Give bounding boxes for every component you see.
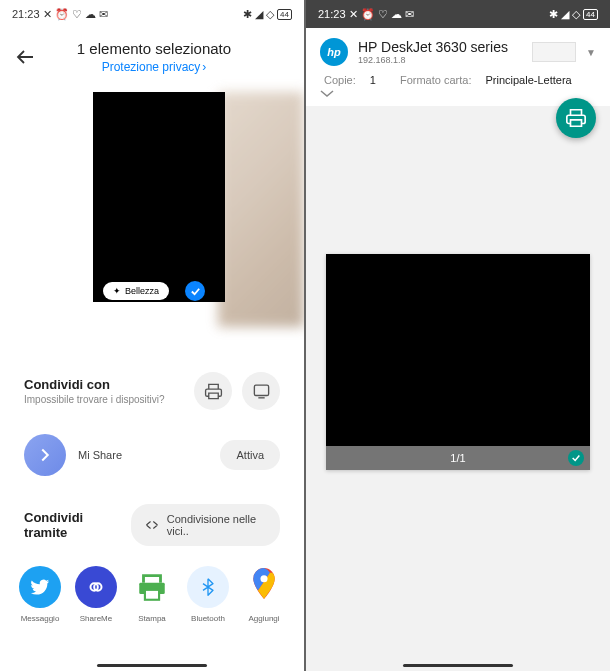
bluetooth-icon bbox=[198, 577, 218, 597]
wifi-icon: ◇ bbox=[572, 8, 580, 21]
copies-value[interactable]: 1 bbox=[370, 74, 376, 86]
bluetooth-icon: ✱ bbox=[243, 8, 252, 21]
page-title: 1 elemento selezionato bbox=[50, 40, 258, 57]
print-fab[interactable] bbox=[556, 98, 596, 138]
battery-icon: 44 bbox=[583, 9, 598, 20]
svg-rect-3 bbox=[145, 590, 159, 600]
printer-field[interactable] bbox=[532, 42, 576, 62]
preview-blur bbox=[218, 92, 304, 327]
mishare-label: Mi Share bbox=[78, 449, 208, 461]
svg-point-4 bbox=[260, 575, 267, 582]
expand-options[interactable] bbox=[320, 88, 596, 100]
battery-icon: 44 bbox=[277, 9, 292, 20]
page-selected-check[interactable] bbox=[568, 450, 584, 466]
beauty-chip[interactable]: ✦ Bellezza bbox=[103, 282, 169, 300]
hp-logo-icon: hp bbox=[320, 38, 348, 66]
print-icon bbox=[135, 570, 169, 604]
mail-icon: ✉ bbox=[99, 8, 108, 21]
alarm-icon: ⏰ bbox=[361, 8, 375, 21]
silent-icon: ✕ bbox=[43, 8, 52, 21]
preview-image[interactable] bbox=[93, 92, 225, 302]
cloud-icon: ☁ bbox=[391, 8, 402, 21]
wifi-icon: ◇ bbox=[266, 8, 274, 21]
maps-icon bbox=[249, 568, 279, 606]
share-with-sublabel[interactable]: Impossibile trovare i dispositivi? bbox=[24, 394, 165, 405]
mishare-icon bbox=[24, 434, 66, 476]
bluetooth-icon: ✱ bbox=[549, 8, 558, 21]
mail-icon: ✉ bbox=[405, 8, 414, 21]
svg-rect-0 bbox=[254, 385, 268, 395]
twitter-icon bbox=[29, 576, 51, 598]
printer-name: HP DeskJet 3630 series bbox=[358, 39, 522, 55]
back-button[interactable] bbox=[16, 47, 36, 67]
printer-ip: 192.168.1.8 bbox=[358, 55, 522, 65]
preview-page-image bbox=[326, 254, 590, 446]
app-twitter[interactable]: Messaggio bbox=[12, 566, 68, 623]
silent-icon: ✕ bbox=[349, 8, 358, 21]
nearby-share-button[interactable]: Condivisione nelle vici.. bbox=[131, 504, 280, 546]
status-time: 21:23 bbox=[318, 8, 346, 20]
activate-button[interactable]: Attiva bbox=[220, 440, 280, 470]
selected-check[interactable] bbox=[185, 281, 205, 301]
app-shareme[interactable]: ShareMe bbox=[68, 566, 124, 623]
wand-icon: ✦ bbox=[113, 286, 121, 296]
preview-area: ✦ Bellezza bbox=[0, 92, 304, 362]
print-preview[interactable]: 1/1 bbox=[326, 254, 590, 470]
app-maps[interactable]: Aggiungi bbox=[236, 566, 292, 623]
whatsapp-icon: ♡ bbox=[378, 8, 388, 21]
whatsapp-icon: ♡ bbox=[72, 8, 82, 21]
dropdown-icon[interactable]: ▼ bbox=[586, 47, 596, 58]
cast-button[interactable] bbox=[242, 372, 280, 410]
printer-button[interactable] bbox=[194, 372, 232, 410]
chevron-down-icon bbox=[320, 90, 334, 98]
cloud-icon: ☁ bbox=[85, 8, 96, 21]
status-bar: 21:23 ✕ ⏰ ♡ ☁ ✉ ✱ ◢ ◇ 44 bbox=[306, 0, 610, 28]
app-print[interactable]: Stampa bbox=[124, 566, 180, 623]
share-via-label: Condividi tramite bbox=[24, 510, 117, 540]
alarm-icon: ⏰ bbox=[55, 8, 69, 21]
format-label: Formato carta: bbox=[400, 74, 472, 86]
page-indicator: 1/1 bbox=[450, 452, 465, 464]
status-time: 21:23 bbox=[12, 8, 40, 20]
copies-label: Copie: bbox=[324, 74, 356, 86]
print-icon bbox=[565, 107, 587, 129]
format-value[interactable]: Principale-Lettera bbox=[485, 74, 571, 86]
infinity-icon bbox=[85, 576, 107, 598]
nav-bar[interactable] bbox=[403, 664, 513, 667]
nearby-icon bbox=[145, 518, 159, 532]
chevron-right-icon: › bbox=[202, 60, 206, 74]
status-bar: 21:23 ✕ ⏰ ♡ ☁ ✉ ✱ ◢ ◇ 44 bbox=[0, 0, 304, 28]
printer-selector[interactable]: hp HP DeskJet 3630 series 192.168.1.8 ▼ bbox=[320, 38, 596, 66]
signal-icon: ◢ bbox=[255, 8, 263, 21]
nav-bar[interactable] bbox=[97, 664, 207, 667]
app-bluetooth[interactable]: Bluetooth bbox=[180, 566, 236, 623]
share-with-label: Condividi con bbox=[24, 377, 165, 392]
signal-icon: ◢ bbox=[561, 8, 569, 21]
privacy-link[interactable]: Protezione privacy › bbox=[50, 60, 258, 74]
